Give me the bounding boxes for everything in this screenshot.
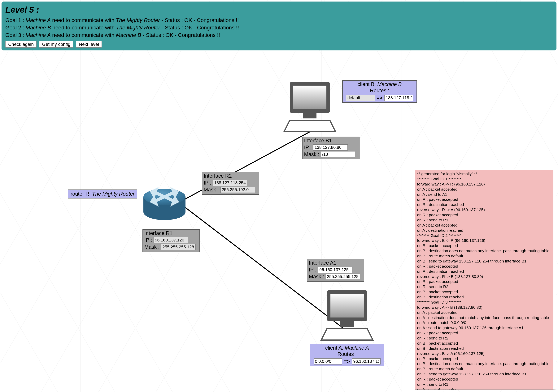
goal-a: Machine A [26,17,51,23]
client-a-prefix: client A: [325,345,345,351]
computer-a-icon [315,287,379,344]
interface-r2-box: Interface R2 IP : Mask : [202,172,259,195]
get-config-button[interactable]: Get my config [39,41,73,48]
interface-a1-title: Interface A1 [309,260,362,266]
computer-b-icon [278,78,341,136]
svg-rect-6 [293,86,326,109]
interface-r2-title: Interface R2 [204,173,257,179]
goal-1: Goal 1 : Machine A need to communicate w… [5,17,553,24]
goal-a: Machine A [26,32,51,38]
interface-r1-mask-input [161,244,196,250]
mask-label: Mask : [144,244,160,250]
goal-suffix: - Status : OK - Congratulations !! [160,17,239,23]
routes-label: Routes : [344,88,415,94]
goal-suffix: - Status : OK - Congratulations !! [160,25,239,31]
goal-mid: need to communicate with [51,32,116,38]
check-again-button[interactable]: Check again [5,41,36,48]
interface-r2-mask-input [220,187,255,193]
goal-prefix: Goal 3 : [5,32,26,38]
client-b-box: client B: Machine B Routes : => [342,80,417,103]
goal-b: The Mighty Router [116,17,160,23]
interface-b1-box: Interface B1 IP : Mask : [302,137,359,159]
svg-rect-10 [331,294,364,317]
mask-label: Mask : [309,274,324,280]
goal-b: The Mighty Router [116,25,160,31]
goal-mid: need to communicate with [51,17,116,23]
interface-b1-ip-input[interactable] [313,144,348,150]
client-b-name: Machine B [377,81,402,87]
svg-rect-7 [303,113,316,118]
ip-label: IP : [204,180,211,186]
interface-r1-ip-input [154,237,188,243]
client-b-prefix: client B: [357,81,377,87]
router-label-name: The Mighty Router [92,191,135,197]
client-b-route-dest-input [346,95,375,101]
goal-a: Machine B [26,25,51,31]
client-a-name: Machine A [345,345,369,351]
ip-label: IP : [144,237,152,243]
log-panel: ** generated for login "vismaily" ** ***… [415,170,557,390]
goal-suffix: - Status : OK - Congratulations !! [141,32,220,38]
level-title: Level 5 : [5,4,553,16]
interface-r1-title: Interface R1 [144,230,198,236]
goal-prefix: Goal 1 : [5,17,26,23]
client-a-route-dest-input[interactable] [314,358,342,365]
interface-r1-box: Interface R1 IP : Mask : [142,229,200,252]
svg-marker-8 [284,120,336,132]
next-level-button[interactable]: Next level [76,41,102,48]
client-a-box: client A: Machine A Routes : => [310,344,384,367]
routes-label: Routes : [312,351,383,357]
interface-a1-mask-input[interactable] [326,274,360,280]
router-label: router R: The Mighty Router [68,190,137,199]
goal-2: Goal 2 : Machine B need to communicate w… [5,24,553,31]
goal-3: Goal 3 : Machine A need to communicate w… [5,31,553,39]
header-panel: Level 5 : Goal 1 : Machine A need to com… [1,1,557,50]
client-b-route-gw-input[interactable] [384,95,413,101]
client-a-route-gw-input[interactable] [352,358,381,365]
interface-a1-ip-input[interactable] [318,267,352,273]
route-arrow: => [344,359,350,365]
router-icon [141,182,187,224]
goal-prefix: Goal 2 : [5,25,26,31]
interface-b1-title: Interface B1 [304,138,357,144]
svg-rect-11 [340,321,354,327]
interface-b1-mask-input[interactable] [321,151,355,158]
goal-mid: need to communicate with [51,25,116,31]
goal-b: Machine B [116,32,141,38]
interface-r2-ip-input [213,180,247,186]
router-label-prefix: router R: [70,191,92,197]
ip-label: IP : [304,145,312,150]
interface-a1-box: Interface A1 IP : Mask : [307,259,364,282]
mask-label: Mask : [204,187,219,193]
mask-label: Mask : [304,151,319,158]
svg-marker-12 [321,329,373,340]
ip-label: IP : [309,267,316,273]
route-arrow: => [377,95,383,101]
